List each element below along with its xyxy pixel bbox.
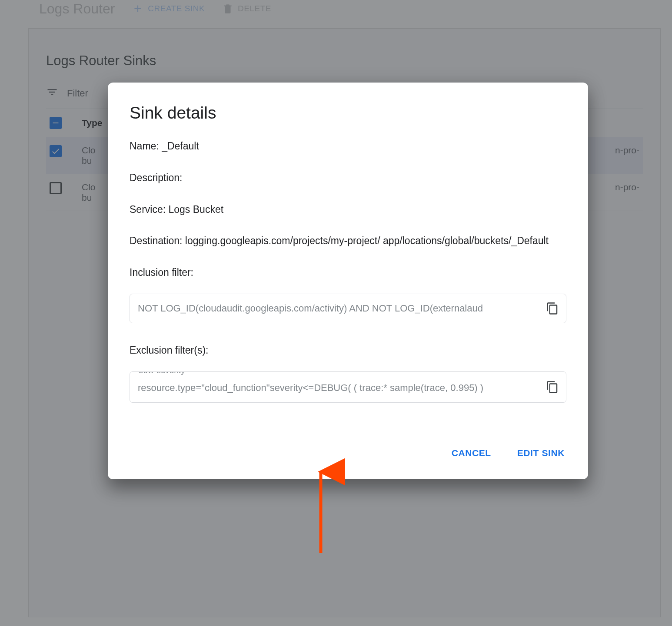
dialog-actions: CANCEL EDIT SINK [130,406,566,464]
destination-label: Destination: [130,235,182,246]
inclusion-label: Inclusion filter: [130,267,193,278]
copy-inclusion-button[interactable] [546,302,559,315]
service-label: Service: [130,204,166,215]
exclusion-filter-value: resource.type="cloud_function"severity<=… [138,382,483,393]
field-description: Description: [130,170,566,186]
exclusion-legend: Low-severity [136,371,188,375]
modal-scrim[interactable]: Sink details Name: _Default Description:… [0,0,672,626]
exclusion-label: Exclusion filter(s): [130,344,208,356]
cancel-button[interactable]: CANCEL [450,443,493,464]
exclusion-filter-box: Low-severity resource.type="cloud_functi… [130,371,566,403]
copy-icon [546,381,559,394]
name-label: Name: [130,140,159,152]
field-service: Service: Logs Bucket [130,202,566,218]
field-name: Name: _Default [130,138,566,154]
dialog-title: Sink details [130,103,566,123]
inclusion-filter-box: NOT LOG_ID(cloudaudit.googleapis.com/act… [130,294,566,323]
sink-details-dialog: Sink details Name: _Default Description:… [108,83,588,479]
field-destination: Destination: logging.googleapis.com/proj… [130,233,566,249]
field-inclusion-label: Inclusion filter: [130,265,566,281]
service-value: Logs Bucket [168,204,223,215]
field-exclusion-label: Exclusion filter(s): [130,342,566,358]
inclusion-filter-value: NOT LOG_ID(cloudaudit.googleapis.com/act… [138,303,483,314]
copy-icon [546,302,559,315]
name-value: _Default [162,140,199,152]
edit-sink-button[interactable]: EDIT SINK [516,443,566,464]
description-label: Description: [130,172,182,183]
destination-value: logging.googleapis.com/projects/my-proje… [185,235,549,246]
copy-exclusion-button[interactable] [546,381,559,394]
